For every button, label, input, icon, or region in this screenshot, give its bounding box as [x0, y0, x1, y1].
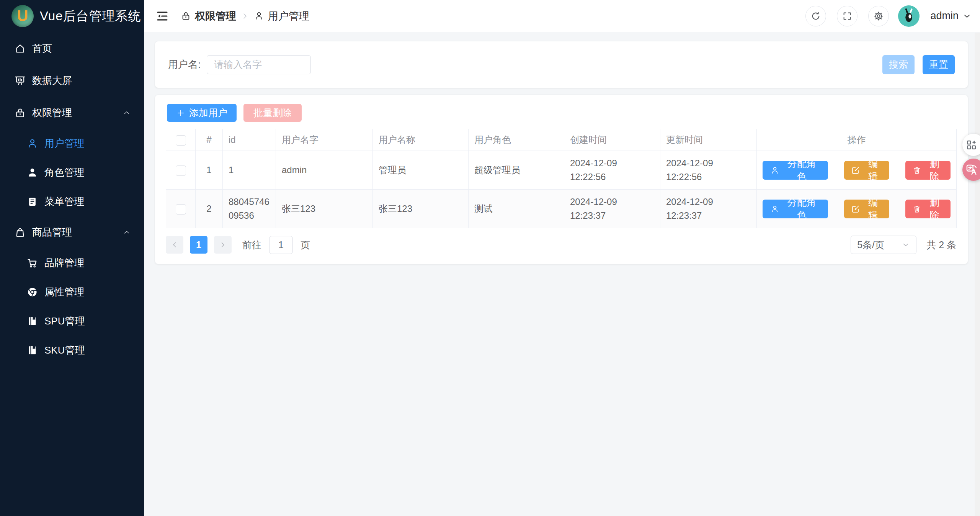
page-suffix-label: 页 — [301, 239, 310, 251]
sidebar-item-home[interactable]: 首页 — [0, 32, 144, 64]
sidebar-item-menu-management[interactable]: 菜单管理 — [0, 187, 144, 216]
edit-label: 编辑 — [864, 157, 882, 183]
scrollbar-track[interactable] — [975, 33, 980, 516]
user-menu[interactable]: admin — [930, 10, 972, 22]
next-page-button[interactable] — [214, 236, 232, 254]
notebook-icon — [26, 315, 38, 327]
col-role: 用户角色 — [469, 129, 564, 151]
cell-created: 2024-12-09 12:23:37 — [564, 190, 660, 228]
sidebar-item-label: 品牌管理 — [44, 256, 84, 270]
sidebar-fold-button[interactable] — [155, 9, 170, 23]
sidebar-item-user-management[interactable]: 用户管理 — [0, 129, 144, 158]
username-label: 用户名: — [168, 58, 201, 71]
sidebar-item-label: 菜单管理 — [44, 195, 84, 208]
edit-button[interactable]: 编辑 — [844, 200, 889, 218]
cell-role: 超级管理员 — [469, 151, 564, 190]
batch-delete-button[interactable]: 批量删除 — [243, 104, 302, 122]
settings-button[interactable] — [868, 6, 889, 26]
cell-id: 8804574609536 — [223, 190, 276, 228]
user-table: # id 用户名字 用户名称 用户角色 创建时间 更新时间 操作 1 1 — [166, 129, 957, 228]
user-filled-icon — [26, 167, 38, 179]
sidebar-item-permission-group[interactable]: 权限管理 — [0, 97, 144, 129]
app-logo-icon: U — [11, 5, 34, 27]
sidebar-item-goods-group[interactable]: 商品管理 — [0, 216, 144, 248]
user-icon — [770, 204, 779, 214]
cell-id: 1 — [223, 151, 276, 190]
cell-role: 测试 — [469, 190, 564, 228]
sidebar-item-label: SPU管理 — [44, 315, 85, 328]
chevron-right-icon — [219, 241, 227, 249]
top-header: 权限管理 用户管理 admin — [144, 0, 980, 32]
sidebar-item-role-management[interactable]: 角色管理 — [0, 158, 144, 187]
prev-page-button[interactable] — [166, 236, 183, 254]
avatar-image — [899, 7, 918, 26]
username-input[interactable] — [207, 55, 311, 74]
sidebar-item-label: 用户管理 — [44, 137, 84, 150]
notebook-icon — [26, 344, 38, 356]
assign-role-button[interactable]: 分配角色 — [763, 200, 828, 218]
row-operations: 分配角色 编辑 删除 — [763, 161, 951, 180]
content-area: 用户名: 搜索 重置 添加用户 批量删除 — [144, 32, 980, 516]
sidebar-item-attr-management[interactable]: 属性管理 — [0, 277, 144, 306]
sidebar-item-label: SKU管理 — [44, 344, 85, 357]
delete-label: 删除 — [925, 157, 944, 183]
col-username: 用户名字 — [276, 129, 373, 151]
chrome-ball-icon — [26, 286, 38, 298]
chevron-up-icon — [122, 228, 131, 236]
main-area: 权限管理 用户管理 admin — [144, 0, 980, 516]
user-table-card: 添加用户 批量删除 # id 用户名字 用户名称 用户角色 创建时间 — [155, 95, 968, 264]
avatar[interactable] — [898, 5, 920, 27]
col-id: id — [223, 129, 276, 151]
search-button[interactable]: 搜索 — [882, 55, 915, 74]
chevron-down-icon — [962, 11, 972, 21]
goods-bag-icon — [14, 226, 26, 238]
trash-icon — [912, 165, 921, 175]
assign-role-button[interactable]: 分配角色 — [763, 161, 828, 180]
user-icon — [254, 11, 264, 21]
extension-icon — [965, 139, 978, 151]
user-name: admin — [930, 10, 959, 22]
select-all-checkbox[interactable] — [176, 135, 186, 146]
sidebar-item-sku-management[interactable]: SKU管理 — [0, 336, 144, 365]
trash-icon — [912, 204, 921, 214]
fullscreen-icon — [842, 11, 853, 21]
sidebar-item-brand-management[interactable]: 品牌管理 — [0, 248, 144, 277]
page-number-button[interactable]: 1 — [190, 236, 207, 254]
user-icon — [770, 165, 779, 175]
sidebar-item-data-screen[interactable]: 数据大屏 — [0, 64, 144, 97]
translate-icon — [965, 163, 978, 176]
refresh-button[interactable] — [805, 6, 826, 26]
user-icon — [26, 138, 38, 149]
app-logo-row: U Vue后台管理系统 — [0, 0, 144, 32]
table-row: 1 1 admin 管理员 超级管理员 2024-12-09 12:22:56 … — [166, 151, 957, 190]
assign-role-label: 分配角色 — [783, 157, 820, 183]
sidebar-item-label: 首页 — [32, 42, 52, 55]
breadcrumb-user[interactable]: 用户管理 — [254, 9, 309, 23]
row-checkbox[interactable] — [176, 165, 186, 176]
delete-button[interactable]: 删除 — [905, 200, 951, 218]
col-name: 用户名称 — [373, 129, 469, 151]
sidebar-item-spu-management[interactable]: SPU管理 — [0, 306, 144, 336]
sidebar-menu: 首页 数据大屏 权限管理 用户管理 角色管理 菜单管理 商品管理 — [0, 32, 144, 365]
sidebar-item-label: 数据大屏 — [32, 74, 72, 87]
add-user-button[interactable]: 添加用户 — [167, 104, 237, 122]
sidebar-item-label: 角色管理 — [44, 166, 84, 179]
table-toolbar: 添加用户 批量删除 — [155, 104, 968, 122]
fold-icon — [155, 9, 169, 23]
cell-updated: 2024-12-09 12:22:56 — [660, 151, 757, 190]
breadcrumb-permission[interactable]: 权限管理 — [181, 9, 236, 23]
edit-button[interactable]: 编辑 — [844, 161, 889, 180]
row-operations: 分配角色 编辑 删除 — [763, 200, 951, 218]
row-checkbox[interactable] — [176, 204, 186, 215]
goto-page-input[interactable] — [269, 236, 293, 254]
page-size-select[interactable]: 5条/页 — [851, 236, 916, 254]
chevron-down-icon — [902, 241, 910, 249]
delete-button[interactable]: 删除 — [905, 161, 951, 180]
sidebar-item-label: 权限管理 — [32, 106, 72, 120]
goto-label: 前往 — [242, 239, 261, 251]
cell-name: 张三123 — [373, 190, 469, 228]
reset-button[interactable]: 重置 — [923, 55, 955, 74]
table-header-row: # id 用户名字 用户名称 用户角色 创建时间 更新时间 操作 — [166, 129, 957, 151]
plus-icon — [176, 108, 185, 118]
fullscreen-button[interactable] — [837, 6, 858, 26]
